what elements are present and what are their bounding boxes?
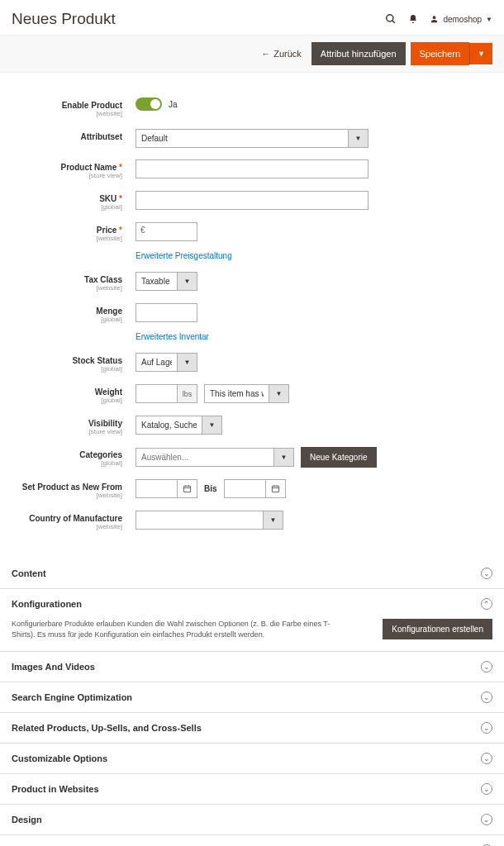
svg-point-2 — [433, 16, 436, 19]
new-from-input[interactable] — [136, 479, 178, 498]
save-dropdown-button[interactable]: ▼ — [469, 43, 492, 64]
expand-icon: ⌄ — [481, 814, 492, 825]
product-form: Enable Product [website] Ja Attributset … — [0, 73, 504, 558]
section-content: Content ⌄ — [0, 558, 504, 589]
action-bar: ← Zurück Attribut hinzufügen Speichern ▼ — [0, 35, 504, 73]
tax-class-select[interactable]: ▼ — [136, 272, 197, 291]
add-attribute-button[interactable]: Attribut hinzufügen — [311, 42, 406, 65]
qty-label: Menge — [12, 307, 122, 316]
sku-input[interactable] — [136, 191, 368, 210]
tax-label: Tax Class — [12, 275, 122, 284]
enable-label: Enable Product — [12, 101, 122, 110]
svg-rect-3 — [183, 486, 190, 492]
new-to-input[interactable] — [224, 479, 266, 498]
chevron-down-icon: ▼ — [178, 353, 197, 372]
config-description: Konfigurierbare Produkte erlauben Kunden… — [12, 619, 334, 639]
currency-symbol: € — [140, 226, 145, 235]
expand-icon: ⌄ — [481, 753, 492, 764]
create-configurations-button[interactable]: Konfigurationen erstellen — [383, 619, 492, 639]
page-title: Neues Produkt — [12, 10, 116, 28]
attrset-select[interactable]: ▼ — [136, 129, 368, 148]
collapse-icon: ⌃ — [481, 598, 492, 610]
username: demoshop — [443, 15, 482, 24]
svg-rect-7 — [272, 486, 278, 492]
country-select[interactable]: ▼ — [136, 511, 283, 530]
enable-product-toggle[interactable] — [136, 97, 162, 111]
search-icon[interactable] — [385, 13, 397, 25]
calendar-icon[interactable] — [266, 479, 286, 498]
save-button[interactable]: Speichern — [411, 42, 470, 65]
advanced-pricing-link[interactable]: Erweiterte Preisgestaltung — [136, 251, 232, 260]
section-related: Related Products, Up-Sells, and Cross-Se… — [0, 713, 504, 744]
expand-icon: ⌄ — [481, 783, 492, 795]
newfrom-label: Set Product as New From — [12, 482, 122, 492]
header-toolbar: demoshop ▼ — [385, 13, 492, 25]
svg-line-1 — [392, 21, 395, 23]
chevron-down-icon: ▼ — [274, 448, 294, 467]
user-menu[interactable]: demoshop ▼ — [430, 14, 492, 24]
section-images: Images And Videos ⌄ — [0, 652, 504, 682]
qty-input[interactable] — [136, 303, 197, 322]
section-customizable-options: Customizable Options ⌄ — [0, 744, 504, 774]
chevron-down-icon: ▼ — [349, 129, 368, 148]
notifications-icon[interactable] — [408, 13, 418, 25]
weight-label: Weight — [12, 387, 122, 397]
user-icon — [430, 14, 439, 24]
stock-status-select[interactable]: ▼ — [136, 353, 197, 372]
vis-label: Visibility — [12, 419, 122, 428]
chevron-down-icon: ▼ — [264, 511, 283, 530]
expand-icon: ⌄ — [481, 568, 492, 579]
stock-status-value[interactable] — [136, 353, 178, 372]
price-label: Price * — [12, 226, 122, 235]
cat-label: Categories — [12, 450, 122, 459]
section-schedule-design: Schedule Design Update ⌄ — [0, 835, 504, 846]
expand-icon: ⌄ — [481, 661, 492, 673]
page-header: Neues Produkt demoshop ▼ — [0, 0, 504, 35]
weight-input[interactable] — [136, 384, 178, 403]
name-label: Product Name * — [12, 163, 122, 172]
new-category-button[interactable]: Neue Kategorie — [301, 447, 377, 468]
stock-label: Stock Status — [12, 356, 122, 365]
calendar-icon[interactable] — [178, 479, 197, 498]
attrset-label: Attributset — [12, 132, 122, 141]
sku-label: SKU * — [12, 194, 122, 203]
enable-value: Ja — [169, 100, 178, 109]
section-websites: Product in Websites ⌄ — [0, 774, 504, 805]
svg-point-0 — [387, 15, 393, 21]
section-seo: Search Engine Optimization ⌄ — [0, 682, 504, 713]
expand-icon: ⌄ — [481, 722, 492, 734]
product-name-input[interactable] — [136, 159, 368, 178]
section-configurations: Konfigurationen ⌃ Konfigurierbare Produk… — [0, 589, 504, 652]
advanced-inventory-link[interactable]: Erweitertes Inventar — [136, 332, 209, 341]
tax-class-value[interactable] — [136, 272, 178, 291]
attrset-input[interactable] — [136, 129, 349, 148]
expand-icon: ⌄ — [481, 692, 492, 703]
back-button[interactable]: ← Zurück — [261, 49, 302, 59]
chevron-down-icon: ▼ — [269, 384, 289, 403]
weight-unit: lbs — [178, 384, 197, 403]
has-weight-select[interactable]: ▼ — [204, 384, 289, 403]
chevron-down-icon: ▼ — [486, 16, 492, 23]
chevron-down-icon: ▼ — [202, 416, 222, 435]
arrow-left-icon: ← — [261, 49, 270, 59]
categories-select[interactable]: ▼ — [136, 448, 294, 467]
chevron-down-icon: ▼ — [178, 272, 197, 291]
section-design: Design ⌄ — [0, 805, 504, 835]
visibility-select[interactable]: ▼ — [136, 416, 222, 435]
country-label: Country of Manufacture — [12, 514, 122, 523]
to-label: Bis — [204, 484, 217, 493]
